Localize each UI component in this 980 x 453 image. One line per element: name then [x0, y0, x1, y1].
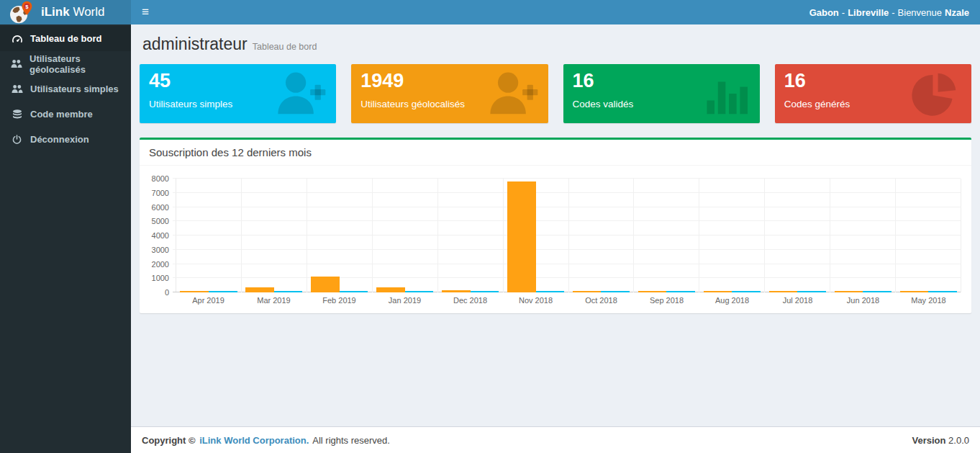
bar-serie-bleue [471, 291, 499, 292]
app-window: $ iLink World Tableau de bordUtilisateur… [0, 0, 980, 453]
bar-serie-orange [769, 291, 798, 292]
bar-serie-bleue [928, 291, 957, 292]
page-title: administrateur [142, 35, 248, 53]
bar-serie-bleue [536, 291, 565, 292]
y-tick-label: 0 [165, 288, 169, 297]
x-tick-label: Jul 2018 [765, 296, 830, 305]
pie-chart-icon [908, 70, 963, 117]
y-tick-label: 2000 [152, 260, 169, 269]
bar-serie-orange [638, 291, 667, 292]
y-tick-label: 7000 [152, 189, 169, 197]
bar-group-sep-2018 [634, 179, 699, 292]
bar-serie-orange [573, 291, 602, 292]
bar-serie-bleue [732, 291, 761, 292]
stat-card-codes-generes: 16Codes générés [775, 64, 971, 123]
copyright-text: Copyright © iLink World Corporation. All… [142, 435, 391, 446]
bar-serie-orange [180, 291, 209, 292]
svg-text:$: $ [25, 3, 29, 9]
sidebar-toggle-button[interactable]: ≡ [131, 0, 160, 24]
page-subtitle: Tableau de bord [253, 42, 317, 52]
company-link[interactable]: iLink World Corporation. [199, 435, 309, 446]
user-plus-icon [485, 70, 540, 117]
sidebar-item-label: Déconnexion [30, 134, 89, 145]
sidebar: $ iLink World Tableau de bordUtilisateur… [0, 0, 131, 453]
stat-cards-row: 45Utilisateurs simples1949Utilisateurs g… [140, 64, 971, 123]
bar-group-may-2018 [896, 179, 961, 292]
bar-serie-orange [507, 181, 536, 292]
sidebar-item-utilisateurs-simples[interactable]: Utilisateurs simples [0, 76, 131, 102]
bar-serie-bleue [405, 291, 434, 292]
bar-serie-orange [704, 291, 732, 292]
bar-chart-icon [697, 70, 751, 117]
sidebar-item-label: Tableau de bord [30, 33, 101, 44]
stat-card-utilisateurs-simples: 45Utilisateurs simples [140, 64, 336, 123]
separator: - [891, 7, 894, 18]
sidebar-item-label: Code membre [30, 109, 93, 120]
bar-serie-bleue [209, 291, 237, 292]
stat-card-codes-valides: 16Codes validés [563, 64, 760, 123]
x-tick-label: Jun 2018 [830, 296, 896, 305]
content-area: administrateurTableau de bord 45Utilisat… [131, 24, 980, 426]
sidebar-item-label: Utilisateurs simples [30, 84, 119, 94]
copyright-label: Copyright © [142, 435, 196, 446]
brand-logo[interactable]: $ iLink World [0, 0, 131, 24]
brand-name: iLink World [41, 5, 104, 19]
power-icon [11, 135, 23, 144]
bar-group-mar-2019 [242, 179, 307, 292]
sidebar-item-label: Utilisateurs géolocalisés [30, 53, 120, 75]
x-tick-label: Jan 2019 [372, 296, 437, 305]
page-header: administrateurTableau de bord [140, 30, 971, 64]
bar-serie-orange [835, 291, 863, 292]
chart-bars [176, 179, 961, 292]
rights-text: All rights reserved. [312, 435, 390, 446]
chart-y-axis: 010002000300040005000600070008000 [145, 179, 176, 292]
bar-serie-bleue [666, 291, 695, 292]
username: Nzale [945, 7, 969, 18]
users-icon [11, 59, 22, 68]
x-tick-label: Mar 2019 [241, 296, 307, 305]
y-tick-label: 3000 [152, 246, 169, 254]
bar-group-dec-2018 [438, 179, 504, 292]
bar-group-jun-2018 [830, 179, 896, 292]
dashboard-icon [11, 35, 23, 43]
chart-title: Souscription des 12 derniers mois [149, 146, 312, 158]
users-icon [11, 84, 23, 94]
x-tick-label: May 2018 [896, 296, 961, 305]
y-tick-label: 1000 [152, 274, 169, 282]
chart-box-body: 010002000300040005000600070008000 Apr 20… [140, 166, 971, 313]
bar-group-feb-2019 [307, 179, 373, 292]
sidebar-item-tableau-de-bord[interactable]: Tableau de bord [0, 26, 131, 51]
bar-group-aug-2018 [699, 179, 765, 292]
bar-serie-bleue [863, 291, 891, 292]
user-country: Gabon [809, 7, 839, 18]
x-tick-label: Dec 2018 [437, 296, 503, 305]
bar-serie-orange [442, 290, 471, 292]
main-area: ≡ Gabon - Libreville - Bienvenue Nzale a… [131, 0, 980, 453]
x-tick-label: Nov 2018 [503, 296, 568, 305]
user-plus-icon [273, 70, 327, 117]
sidebar-item-utilisateurs-geolocalises[interactable]: Utilisateurs géolocalisés [0, 51, 131, 76]
bar-group-oct-2018 [569, 179, 635, 292]
chart-x-axis: Apr 2019Mar 2019Feb 2019Jan 2019Dec 2018… [176, 296, 961, 305]
database-icon [11, 109, 23, 120]
x-tick-label: Feb 2019 [307, 296, 372, 305]
bar-serie-bleue [797, 291, 826, 292]
bar-serie-orange [245, 287, 274, 292]
sidebar-item-deconnexion[interactable]: Déconnexion [0, 127, 131, 152]
brand-name-light: World [70, 5, 105, 19]
sidebar-item-code-membre[interactable]: Code membre [0, 102, 131, 127]
user-city: Libreville [848, 7, 889, 18]
bar-group-apr-2019 [176, 179, 242, 292]
chart-plot-area [176, 179, 961, 292]
greeting-text: Bienvenue [898, 7, 942, 18]
y-tick-label: 8000 [152, 174, 169, 183]
chart-box-header: Souscription des 12 derniers mois [140, 140, 971, 166]
chart-box: Souscription des 12 derniers mois 010002… [140, 138, 971, 313]
bar-group-jan-2019 [373, 179, 438, 292]
y-tick-label: 6000 [152, 203, 169, 212]
x-tick-label: Sep 2018 [634, 296, 699, 305]
sidebar-menu: Tableau de bordUtilisateurs géolocalisés… [0, 24, 131, 152]
bar-serie-bleue [274, 291, 303, 292]
x-tick-label: Aug 2018 [699, 296, 765, 305]
stat-card-utilisateurs-geolocalises: 1949Utilisateurs géolocalisés [351, 64, 548, 123]
